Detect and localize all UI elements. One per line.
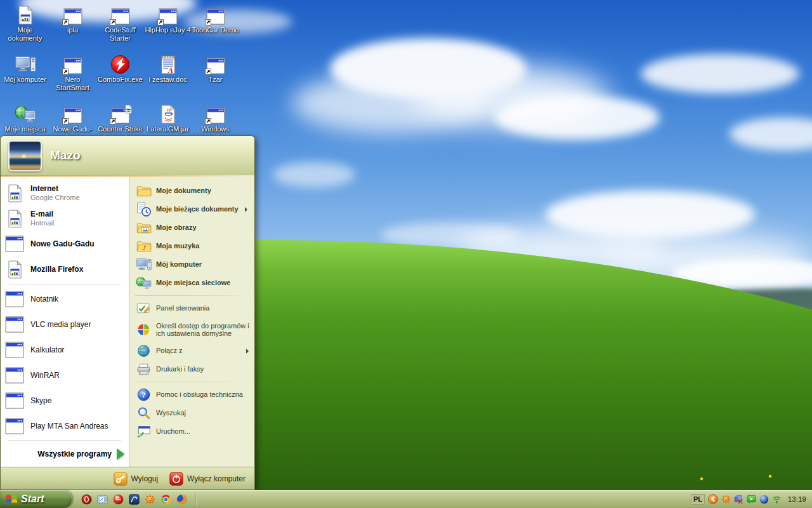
start-menu-item-play-mta[interactable]: Play MTA San Andreas <box>2 413 128 439</box>
start-menu-item-moje-miejsca-sieciowe[interactable]: Moje miejsca sieciowe <box>134 274 251 292</box>
mta-san-andreas-icon[interactable] <box>129 494 140 505</box>
desktop-icon-combofix[interactable]: ComboFix.exe <box>96 53 144 103</box>
system-tray: PL 13:19 <box>691 494 812 505</box>
program-access-icon <box>135 323 152 337</box>
start-menu-item-winrar[interactable]: WinRAR <box>2 363 128 388</box>
start-menu-item-email[interactable]: E-mailHotmail <box>2 206 128 231</box>
my-computer-icon <box>15 53 36 74</box>
green-arrow-icon <box>117 448 124 460</box>
app-window-icon <box>4 291 25 307</box>
start-menu-item-wyszukaj[interactable]: Wyszukaj <box>134 404 251 422</box>
document-chart-icon <box>4 260 25 279</box>
start-menu-body: InternetGoogle Chrome E-mailHotmail Nowe… <box>1 177 254 467</box>
shortcut-arrow-icon <box>62 19 69 25</box>
desktop-icon-moje-dokumenty[interactable]: Moje dokumenty <box>1 4 49 53</box>
app-window-icon <box>4 236 25 252</box>
start-menu-item-uruchom[interactable]: Uruchom... <box>134 422 251 441</box>
start-menu-item-moje-biezace-dokumenty[interactable]: Moje bieżące dokumenty <box>134 200 251 218</box>
red-orb-icon[interactable] <box>113 494 124 505</box>
start-menu-footer: Wyloguj Wyłącz komputer <box>1 467 254 490</box>
window-shortcut-icon <box>206 53 225 74</box>
shortcut-arrow-icon <box>62 118 69 124</box>
language-indicator[interactable]: PL <box>691 494 705 505</box>
window-shortcut-icon <box>63 53 82 74</box>
document-chart-icon <box>18 4 33 25</box>
cloud <box>546 190 755 238</box>
start-menu-item-moje-obrazy[interactable]: Moje obrazy <box>134 218 251 237</box>
separator <box>8 440 121 441</box>
desktop-icon-tzar[interactable]: Tzar <box>192 53 239 103</box>
start-menu-item-pomoc[interactable]: Pomoc i obsługa techniczna <box>134 385 251 404</box>
flower-dot <box>769 475 771 478</box>
globe-sphere-icon[interactable] <box>759 495 769 504</box>
start-menu-item-vlc[interactable]: VLC media player <box>2 312 128 337</box>
desktop-icon-tooncar-demo[interactable]: ToonCar Demo <box>192 4 239 53</box>
wireless-network-icon[interactable] <box>772 495 782 504</box>
search-icon <box>135 406 152 420</box>
shortcut-arrow-icon <box>205 69 211 75</box>
recent-documents-icon <box>135 202 152 217</box>
gadu-gadu-sun-icon[interactable] <box>721 495 731 504</box>
window-shortcut-icon <box>159 4 178 25</box>
my-music-folder-icon <box>135 241 152 252</box>
document-chart-icon <box>4 184 25 203</box>
start-menu-item-okresl-dostep[interactable]: Określ dostęp do programów i ich ustawie… <box>134 318 251 342</box>
log-off-button[interactable]: Wyloguj <box>114 472 159 486</box>
start-menu-item-nowe-gadu-gadu[interactable]: Nowe Gadu-Gadu <box>2 231 128 257</box>
app-window-icon <box>4 367 25 384</box>
all-programs-button[interactable]: Wszystkie programy <box>2 444 128 464</box>
shortcut-arrow-icon <box>157 19 164 25</box>
app-window-icon <box>4 342 25 358</box>
combofix-icon <box>110 53 130 74</box>
start-menu-item-notatnik[interactable]: Notatnik <box>2 286 128 312</box>
start-menu-item-internet[interactable]: InternetGoogle Chrome <box>2 180 128 206</box>
start-menu-item-mozilla-firefox[interactable]: Mozilla Firefox <box>2 257 128 282</box>
desktop-icon-i-zestaw-doc[interactable]: I zestaw.doc <box>144 53 192 103</box>
window-shortcut-icon <box>206 103 225 124</box>
shut-down-button[interactable]: Wyłącz komputer <box>169 472 246 486</box>
opera-badge-icon[interactable] <box>81 494 92 505</box>
desktop-icon-ipla[interactable]: ipla <box>49 4 96 53</box>
help-icon <box>135 388 152 401</box>
shortcut-arrow-icon <box>205 118 211 124</box>
firefox-icon[interactable] <box>176 494 187 505</box>
separator <box>135 382 247 382</box>
chrome-icon[interactable] <box>160 494 171 505</box>
desktop-icon-nero-startsmart[interactable]: Nero StartSmart <box>49 53 96 103</box>
wordpad-document-icon <box>160 53 176 74</box>
start-menu-header: Mazo <box>1 136 254 175</box>
window-shortcut-icon <box>111 4 130 25</box>
desktop-icon-hiphop-ejay[interactable]: HipHop eJay 4 <box>144 4 192 53</box>
start-menu-item-panel-sterowania[interactable]: Panel sterowania <box>134 299 251 318</box>
taskbar-clock: 13:19 <box>788 495 806 503</box>
cloud <box>330 38 527 98</box>
hide-icons-chevron[interactable] <box>708 494 718 504</box>
show-desktop-icon[interactable] <box>97 494 108 505</box>
cloud <box>495 95 660 140</box>
document-chart-icon <box>4 210 25 228</box>
app-window-icon <box>4 418 25 434</box>
start-menu-right-column: Moje dokumenty Moje bieżące dokumenty Mo… <box>129 177 254 467</box>
cloud <box>641 54 799 93</box>
volume-muted-icon[interactable] <box>734 495 743 504</box>
start-menu-item-skype[interactable]: Skype <box>2 388 128 413</box>
start-button[interactable]: Start <box>0 490 72 508</box>
gadu-gadu-sun-icon[interactable] <box>145 494 155 505</box>
desktop-icon-moj-komputer[interactable]: Mój komputer <box>1 53 49 103</box>
desktop-icon-codestuff-starter[interactable]: CodeStuff Starter <box>96 4 144 53</box>
start-menu-item-kalkulator[interactable]: Kalkulator <box>2 337 128 363</box>
start-menu-item-moje-dokumenty[interactable]: Moje dokumenty <box>134 182 251 200</box>
taskbar: Start PL 13:19 <box>0 490 812 508</box>
app-window-shortcut-icon <box>111 103 130 124</box>
messenger-bubble-icon[interactable] <box>747 495 756 504</box>
start-menu-item-drukarki-i-faksy[interactable]: Drukarki i faksy <box>134 360 251 378</box>
printer-icon <box>135 363 152 376</box>
quick-launch-divider <box>195 493 197 506</box>
connect-globe-icon <box>135 344 152 358</box>
start-menu-item-moj-komputer[interactable]: Mój komputer <box>134 255 251 274</box>
start-menu-item-moja-muzyka[interactable]: Moja muzyka <box>134 237 251 255</box>
window-shortcut-icon <box>63 4 82 25</box>
desktop-icon-grid: Moje dokumenty ipla CodeStuff Starter Hi… <box>1 4 240 152</box>
start-menu-item-polacz-z[interactable]: Połącz z <box>134 342 251 360</box>
flower-dot <box>700 478 703 480</box>
